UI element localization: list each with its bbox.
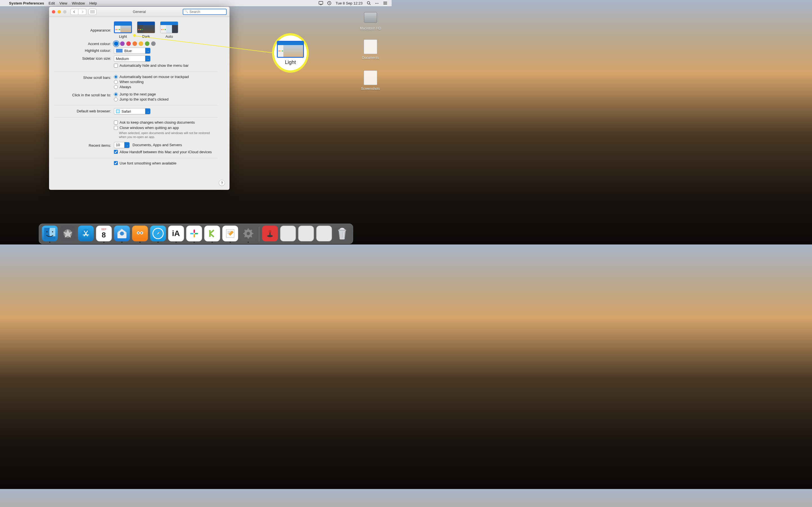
appearance-light-label: Light bbox=[114, 34, 132, 39]
click-spot-radio[interactable]: Jump to the spot that's clicked bbox=[114, 97, 223, 101]
dock-system-preferences[interactable] bbox=[240, 226, 256, 241]
desktop-label: Documents bbox=[362, 56, 379, 60]
auto-hide-menubar-checkbox[interactable]: Automatically hide and show the menu bar bbox=[114, 63, 223, 68]
desktop-macintosh-hd[interactable]: Macintosh HD bbox=[358, 10, 383, 31]
dock-app-orange[interactable] bbox=[132, 226, 148, 241]
sidebar-value: Medium bbox=[116, 57, 129, 61]
accent-swatch-1[interactable] bbox=[120, 41, 124, 46]
appearance-label: Appearance: bbox=[49, 21, 114, 33]
help-button[interactable]: ? bbox=[219, 180, 225, 186]
svg-point-43 bbox=[246, 232, 250, 235]
svg-rect-34 bbox=[193, 230, 195, 233]
browser-value: Safari bbox=[121, 109, 131, 114]
dock-trash[interactable] bbox=[334, 226, 350, 241]
dock-mail[interactable] bbox=[114, 226, 130, 241]
svg-point-3 bbox=[367, 2, 370, 4]
dock-textedit[interactable] bbox=[222, 226, 238, 241]
scrollbar-auto-radio[interactable]: Automatically based on mouse or trackpad bbox=[114, 75, 223, 79]
svg-point-27 bbox=[120, 231, 124, 235]
highlight-select[interactable]: Blue bbox=[114, 48, 151, 54]
accent-swatch-4[interactable] bbox=[139, 41, 143, 46]
dock-app-store[interactable] bbox=[78, 226, 94, 241]
forward-button[interactable] bbox=[79, 9, 86, 15]
appearance-auto[interactable]: Auto bbox=[160, 21, 178, 39]
svg-rect-55 bbox=[338, 230, 346, 231]
desktop-documents[interactable]: Documents bbox=[358, 39, 383, 60]
app-menu[interactable]: System Preferences bbox=[7, 1, 46, 5]
annotation-dot bbox=[133, 34, 136, 37]
window-title: General bbox=[133, 10, 146, 14]
window-zoom-button[interactable] bbox=[63, 10, 66, 13]
svg-rect-11 bbox=[91, 10, 91, 11]
menu-edit[interactable]: Edit bbox=[46, 1, 57, 5]
dock: SEP8 iA bbox=[39, 224, 353, 244]
dock-recent-doc-1[interactable] bbox=[280, 226, 296, 241]
back-button[interactable] bbox=[70, 9, 79, 15]
dock-separator bbox=[259, 227, 259, 241]
dock-finder[interactable] bbox=[42, 226, 57, 241]
svg-point-31 bbox=[141, 232, 142, 233]
recent-label: Recent items: bbox=[49, 143, 114, 148]
close-quit-checkbox[interactable]: Close windows when quitting an app bbox=[114, 126, 223, 130]
accent-swatch-2[interactable] bbox=[126, 41, 131, 46]
highlight-value: Blue bbox=[124, 49, 132, 53]
dock-safari[interactable] bbox=[150, 226, 166, 241]
dock-recent-doc-3[interactable] bbox=[316, 226, 332, 241]
handoff-checkbox[interactable]: Allow Handoff between this Mac and your … bbox=[114, 150, 223, 154]
accent-swatch-6[interactable] bbox=[151, 41, 156, 46]
dock-app-green[interactable] bbox=[204, 226, 220, 241]
click-next-radio[interactable]: Jump to the next page bbox=[114, 92, 223, 96]
search-input[interactable] bbox=[183, 9, 227, 15]
svg-rect-21 bbox=[93, 13, 93, 13]
window-minimize-button[interactable] bbox=[57, 10, 61, 13]
menu-view[interactable]: View bbox=[57, 1, 70, 5]
svg-line-48 bbox=[245, 230, 246, 231]
svg-rect-16 bbox=[92, 11, 92, 12]
dock-recent-doc-2[interactable] bbox=[298, 226, 314, 241]
appearance-auto-label: Auto bbox=[160, 34, 178, 39]
svg-point-23 bbox=[46, 231, 47, 232]
svg-rect-17 bbox=[93, 11, 93, 12]
window-titlebar: General bbox=[49, 7, 230, 17]
scrollbar-always-radio[interactable]: Always bbox=[114, 85, 223, 89]
svg-line-49 bbox=[251, 236, 252, 237]
svg-rect-0 bbox=[319, 1, 323, 4]
window-close-button[interactable] bbox=[52, 10, 55, 13]
sidebar-label: Sidebar icon size: bbox=[49, 55, 114, 61]
dock-ia-writer[interactable]: iA bbox=[168, 226, 184, 241]
svg-line-4 bbox=[370, 4, 371, 5]
notification-center-icon[interactable] bbox=[383, 1, 388, 5]
dock-calendar[interactable]: SEP8 bbox=[96, 226, 112, 241]
annotation-callout: Light bbox=[272, 33, 309, 73]
svg-rect-14 bbox=[94, 10, 94, 11]
recent-select[interactable]: 10 bbox=[114, 142, 130, 148]
auto-hide-label: Automatically hide and show the menu bar bbox=[119, 63, 189, 68]
display-icon[interactable] bbox=[319, 1, 323, 5]
highlight-label: Highlight colour: bbox=[49, 48, 114, 53]
menu-datetime[interactable]: Tue 8 Sep 12:23 bbox=[336, 1, 363, 5]
scrollbar-scrolling-radio[interactable]: When scrolling bbox=[114, 80, 223, 84]
svg-point-24 bbox=[52, 231, 53, 232]
menu-window[interactable]: Window bbox=[70, 1, 87, 5]
dock-app-joystick[interactable] bbox=[262, 226, 278, 241]
accent-swatch-0[interactable] bbox=[114, 41, 118, 46]
appearance-light[interactable]: Light bbox=[114, 21, 132, 39]
accent-swatch-3[interactable] bbox=[133, 41, 137, 46]
sidebar-size-select[interactable]: Medium bbox=[114, 55, 151, 62]
browser-select[interactable]: Safari bbox=[114, 108, 151, 114]
dock-slack[interactable] bbox=[186, 226, 202, 241]
desktop-screenshots[interactable]: Screenshots bbox=[358, 70, 383, 91]
recent-suffix: Documents, Apps and Servers bbox=[133, 143, 182, 147]
browser-label: Default web browser: bbox=[49, 108, 114, 113]
svg-line-51 bbox=[251, 230, 252, 231]
ask-save-checkbox[interactable]: Ask to keep changes when closing documen… bbox=[114, 120, 223, 124]
time-machine-icon[interactable] bbox=[327, 1, 332, 5]
font-smoothing-checkbox[interactable]: Use font smoothing when available bbox=[114, 161, 223, 165]
accent-swatch-5[interactable] bbox=[145, 41, 149, 46]
dock-launchpad[interactable] bbox=[60, 226, 75, 241]
siri-icon[interactable]: ⋯ bbox=[375, 1, 379, 5]
menu-help[interactable]: Help bbox=[87, 1, 99, 5]
show-all-button[interactable] bbox=[89, 9, 96, 15]
spotlight-icon[interactable] bbox=[366, 1, 371, 5]
svg-point-8 bbox=[384, 2, 384, 2]
